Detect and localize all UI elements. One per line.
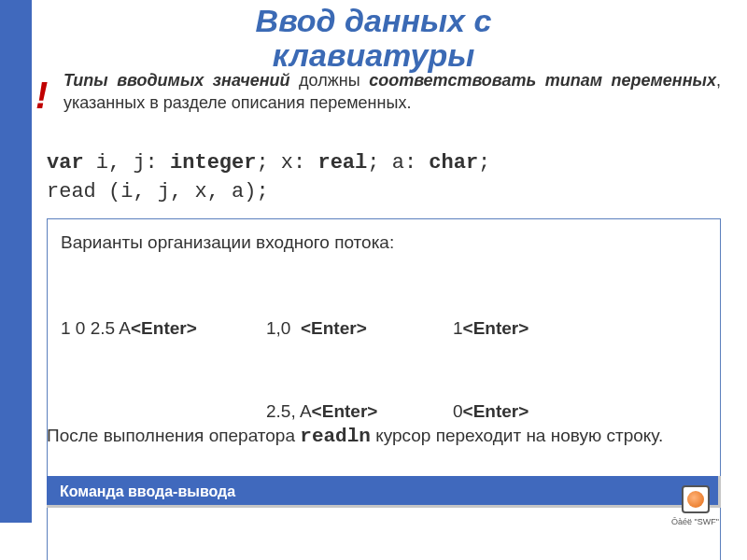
box-title: Варианты организации входного потока: (61, 229, 707, 256)
v3-r2: 0 (453, 401, 463, 421)
enter-key: <Enter> (463, 318, 529, 338)
code-block: var i, j: integer; x: real; a: char; rea… (47, 149, 721, 207)
swf-file-icon[interactable] (682, 485, 710, 513)
code-text: i, j: (84, 151, 170, 175)
after-note: После выполнения оператора readln курсор… (47, 422, 721, 452)
readln-keyword: readln (300, 426, 371, 447)
v2-r2: 2.5, A (266, 401, 312, 421)
enter-key: <Enter> (312, 401, 378, 421)
footer-bar: Команда ввода-вывода (47, 476, 721, 508)
enter-key: <Enter> (463, 401, 529, 421)
kw-integer: integer (170, 151, 256, 175)
v2-r1: 1,0 (266, 318, 301, 338)
kw-var: var (47, 151, 84, 175)
variant-col-2: 1,0 <Enter> 2.5, A<Enter> (266, 259, 453, 560)
v3-r1: 1 (453, 318, 463, 338)
code-text: ; a: (367, 151, 429, 175)
exclamation-icon: ! (35, 75, 48, 117)
kw-real: real (317, 151, 367, 175)
variant-col-1: 1 0 2.5 A<Enter> (61, 259, 266, 560)
kw-char: char (429, 151, 478, 175)
code-text: ; x: (256, 151, 317, 175)
code-line-2: read (i, j, x, a); (47, 178, 721, 207)
input-variants-box: Варианты организации входного потока: 1 … (47, 218, 721, 560)
note-text: Типы вводимых значений должны соответств… (63, 69, 721, 115)
code-text: ; (478, 151, 490, 175)
after-before: После выполнения оператора (47, 426, 300, 445)
note-part3: соответствовать типам переменных (369, 71, 716, 90)
after-rest: курсор переходит на новую строку. (371, 426, 663, 445)
enter-key: <Enter> (301, 318, 367, 338)
variant-col-3: 1<Enter> 0<Enter> 2.5<Enter> A<Enter> (453, 259, 584, 560)
slide-title: Ввод данных с клавиатуры (0, 0, 747, 74)
note-part2: должны (290, 71, 370, 90)
note-part1: Типы вводимых значений (63, 71, 290, 90)
v1-text: 1 0 2.5 A (61, 318, 131, 338)
code-line-1: var i, j: integer; x: real; a: char; (47, 149, 721, 178)
left-sidebar (0, 0, 32, 523)
enter-key: <Enter> (131, 318, 197, 338)
swf-file-label: Ôàéë "SWF" (671, 517, 719, 526)
